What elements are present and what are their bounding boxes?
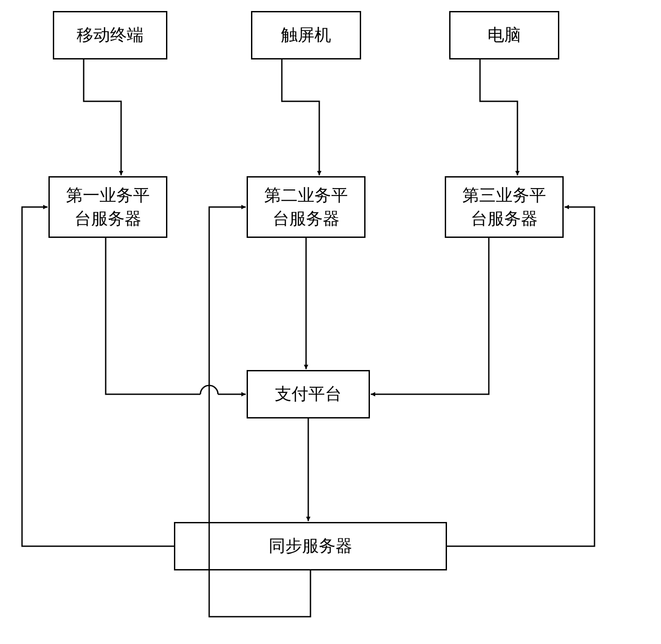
node-label: 支付平台 xyxy=(275,382,342,406)
node-pay-platform: 支付平台 xyxy=(247,370,370,418)
node-label: 第三业务平 台服务器 xyxy=(462,184,546,230)
node-label: 电脑 xyxy=(487,23,521,47)
node-label: 同步服务器 xyxy=(269,534,352,558)
node-sync-server: 同步服务器 xyxy=(174,522,447,570)
node-label: 触屏机 xyxy=(281,23,331,47)
node-label: 第二业务平 台服务器 xyxy=(264,184,348,230)
node-platform-2: 第二业务平 台服务器 xyxy=(247,176,366,238)
node-touch-machine: 触屏机 xyxy=(251,11,361,59)
node-computer: 电脑 xyxy=(449,11,559,59)
architecture-diagram: 移动终端 触屏机 电脑 第一业务平 台服务器 第二业务平 台服务器 第三业务平 … xyxy=(0,0,661,644)
node-label: 移动终端 xyxy=(77,23,144,47)
node-platform-3: 第三业务平 台服务器 xyxy=(445,176,564,238)
node-mobile-terminal: 移动终端 xyxy=(53,11,167,59)
node-platform-1: 第一业务平 台服务器 xyxy=(48,176,167,238)
node-label: 第一业务平 台服务器 xyxy=(66,184,150,230)
